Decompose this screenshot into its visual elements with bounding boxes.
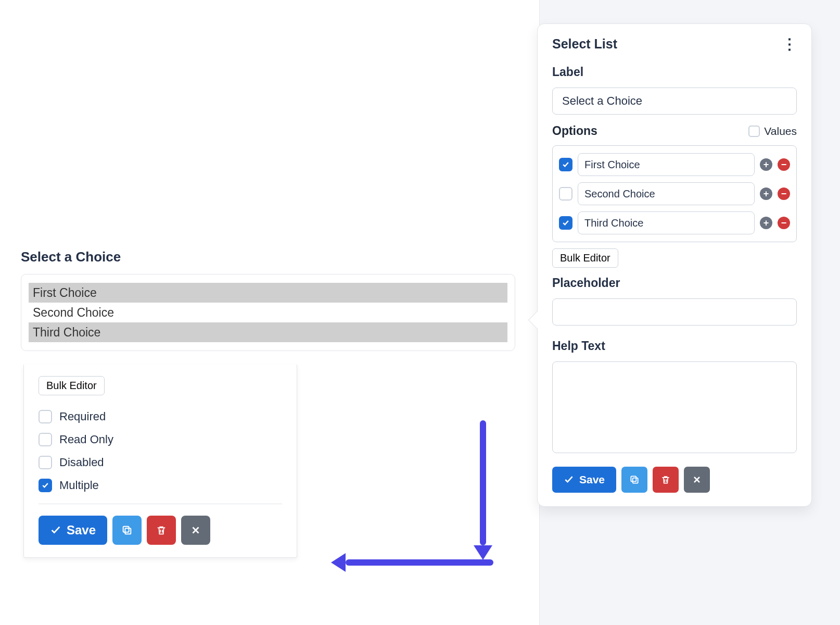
svg-rect-2: [633, 478, 638, 483]
checkbox-label: Disabled: [59, 456, 104, 469]
preview-field-label: Select a Choice: [21, 249, 121, 265]
bulk-editor-button[interactable]: Bulk Editor: [39, 376, 105, 395]
help-text-label: Help Text: [538, 330, 811, 357]
save-button[interactable]: Save: [552, 467, 616, 493]
values-toggle[interactable]: Values: [748, 125, 797, 138]
field-editor-popover: Select List ⋮ Label Options Values + − +…: [537, 23, 812, 507]
svg-rect-1: [123, 527, 129, 532]
bulk-editor-button[interactable]: Bulk Editor: [552, 248, 618, 268]
svg-rect-3: [631, 476, 636, 481]
option-value-input[interactable]: [578, 211, 755, 234]
required-checkbox[interactable]: Required: [39, 410, 282, 423]
select-multiple[interactable]: First Choice Second Choice Third Choice: [29, 282, 507, 343]
option-row: + −: [559, 211, 790, 234]
options-label: Options: [552, 124, 597, 138]
delete-button[interactable]: [653, 467, 679, 493]
help-text-input[interactable]: [552, 361, 797, 453]
trash-icon: [660, 474, 671, 485]
checkbox-label: Required: [59, 410, 106, 423]
check-icon: [50, 524, 61, 536]
delete-button[interactable]: [147, 516, 176, 545]
save-button[interactable]: Save: [39, 516, 107, 545]
popover-title: Select List: [552, 36, 617, 52]
select-option[interactable]: First Choice: [29, 283, 507, 303]
divider: [39, 504, 282, 504]
checkbox-label: Multiple: [59, 479, 99, 492]
duplicate-button[interactable]: [621, 467, 647, 493]
check-icon: [564, 474, 574, 485]
remove-option-icon[interactable]: −: [778, 188, 790, 200]
select-option[interactable]: Third Choice: [29, 322, 507, 342]
copy-icon: [629, 474, 640, 485]
option-default-checkbox[interactable]: [559, 216, 572, 230]
svg-rect-0: [125, 528, 131, 534]
annotation-arrow-left: [346, 559, 493, 566]
attributes-panel: Bulk Editor Required Read Only Disabled …: [23, 365, 297, 558]
add-option-icon[interactable]: +: [760, 158, 772, 171]
option-default-checkbox[interactable]: [559, 187, 572, 201]
trash-icon: [156, 524, 167, 536]
placeholder-input[interactable]: [552, 298, 797, 326]
option-default-checkbox[interactable]: [559, 158, 572, 171]
label-input[interactable]: [552, 88, 797, 115]
readonly-checkbox[interactable]: Read Only: [39, 433, 282, 446]
option-row: + −: [559, 182, 790, 205]
checkbox-label: Read Only: [59, 433, 113, 446]
option-value-input[interactable]: [578, 182, 755, 205]
multiple-checkbox[interactable]: Multiple: [39, 479, 282, 492]
duplicate-button[interactable]: [112, 516, 142, 545]
options-editor: + − + − + −: [552, 145, 797, 242]
select-preview: First Choice Second Choice Third Choice: [21, 274, 515, 351]
remove-option-icon[interactable]: −: [778, 158, 790, 171]
cancel-button[interactable]: [684, 467, 710, 493]
remove-option-icon[interactable]: −: [778, 217, 790, 229]
option-value-input[interactable]: [578, 153, 755, 176]
add-option-icon[interactable]: +: [760, 217, 772, 229]
close-icon: [190, 524, 201, 536]
add-option-icon[interactable]: +: [760, 188, 772, 200]
disabled-checkbox[interactable]: Disabled: [39, 456, 282, 469]
select-option[interactable]: Second Choice: [29, 303, 507, 322]
close-icon: [692, 474, 702, 485]
annotation-arrow-down: [480, 420, 486, 545]
label-label: Label: [538, 61, 811, 83]
cancel-button[interactable]: [181, 516, 210, 545]
copy-icon: [121, 524, 133, 536]
placeholder-label: Placeholder: [538, 272, 811, 294]
option-row: + −: [559, 153, 790, 176]
